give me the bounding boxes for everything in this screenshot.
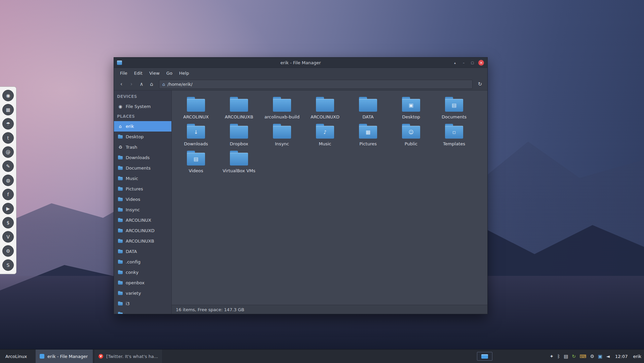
sidebar-item[interactable]: Music bbox=[114, 173, 171, 184]
settings-gear-icon[interactable]: ⚙ bbox=[590, 354, 594, 359]
firefox-icon[interactable]: f bbox=[2, 189, 14, 200]
sidebar-item[interactable]: i3 bbox=[114, 298, 171, 309]
shade-button[interactable]: ▴ bbox=[452, 60, 458, 66]
sidebar-item-label: conky bbox=[126, 270, 138, 275]
vivaldi-icon[interactable]: V bbox=[2, 231, 14, 243]
folder-item[interactable]: ▣ Desktop bbox=[390, 95, 433, 121]
sidebar-item[interactable]: ♻ Trash bbox=[114, 142, 171, 152]
insync-sync-icon[interactable]: ↻ bbox=[572, 354, 576, 359]
umbrella-icon[interactable]: ☂ bbox=[2, 118, 14, 130]
folder-icon bbox=[272, 123, 292, 140]
sidebar-item[interactable]: DATA bbox=[114, 246, 171, 257]
sidebar-item[interactable]: Insync bbox=[114, 205, 171, 215]
app-menu-button[interactable]: ArcoLinux bbox=[0, 350, 32, 363]
display-icon[interactable]: ▦ bbox=[2, 104, 14, 115]
sidebar-item[interactable]: Videos bbox=[114, 194, 171, 205]
system-tray: ✦ᛒ▤↻⌨⚙▣◄ bbox=[550, 354, 610, 359]
sidebar-item[interactable] bbox=[114, 309, 171, 314]
sidebar-item[interactable]: .config bbox=[114, 257, 171, 267]
notes-icon[interactable]: ▤ bbox=[564, 354, 568, 359]
sidebar-item[interactable]: ARCOLINUXD bbox=[114, 225, 171, 236]
back-button[interactable]: ‹ bbox=[117, 80, 126, 88]
spotify-icon[interactable]: S bbox=[2, 259, 14, 271]
folder-label: Documents bbox=[442, 114, 467, 119]
folder-item[interactable]: ▫ Templates bbox=[433, 122, 476, 148]
path-bar[interactable]: ⌂ /home/erik/ bbox=[159, 80, 473, 89]
folder-item[interactable]: ▤ Documents bbox=[433, 95, 476, 121]
close-button[interactable]: × bbox=[478, 60, 484, 66]
keyboard-icon[interactable]: ⌨ bbox=[579, 354, 586, 359]
menu-item[interactable]: Help bbox=[176, 68, 193, 78]
bluetooth-icon[interactable]: ᛒ bbox=[557, 354, 560, 359]
folder-icon bbox=[358, 97, 378, 113]
forward-button[interactable]: › bbox=[127, 80, 136, 88]
reload-button[interactable]: ↻ bbox=[475, 80, 485, 88]
sidebar-item[interactable]: ARCOLINUX bbox=[114, 215, 171, 225]
up-button[interactable]: ∧ bbox=[137, 80, 146, 88]
task-button[interactable]: erik - File Manager bbox=[36, 350, 93, 363]
folder-icon: ▫ bbox=[444, 123, 464, 140]
folder-label: Pictures bbox=[359, 141, 376, 146]
twitter-icon[interactable]: t bbox=[2, 132, 14, 144]
folder-item[interactable]: ARCOLINUX bbox=[174, 95, 217, 121]
folder-icon bbox=[272, 97, 292, 113]
folder-icon-body: ↓ bbox=[187, 126, 205, 139]
window-controls: ▴–▢× bbox=[452, 60, 484, 66]
maximize-button[interactable]: ▢ bbox=[470, 60, 475, 66]
sidebar-item[interactable]: openbox bbox=[114, 278, 171, 288]
folder-label: VirtualBox VMs bbox=[223, 168, 255, 173]
dropbox-icon[interactable]: ✦ bbox=[550, 354, 554, 359]
media-player-icon[interactable]: ▶ bbox=[2, 203, 14, 214]
sidebar-item-label: Insync bbox=[126, 207, 140, 212]
volume-icon[interactable]: ◄ bbox=[606, 354, 610, 359]
sidebar-item[interactable]: ⌂ erik bbox=[114, 121, 171, 132]
menu-item[interactable]: File bbox=[117, 68, 131, 78]
sidebar-item[interactable]: variety bbox=[114, 288, 171, 298]
folder-emblem-icon: ▣ bbox=[409, 103, 413, 108]
folder-item[interactable]: arcolinuxb-build bbox=[260, 95, 304, 121]
sidebar-item[interactable]: conky bbox=[114, 267, 171, 278]
shutter-icon[interactable]: ◉ bbox=[2, 90, 14, 101]
folder-item[interactable]: Dropbox bbox=[217, 122, 260, 148]
sidebar-item[interactable]: Documents bbox=[114, 163, 171, 173]
folder-item[interactable]: ♪ Music bbox=[304, 122, 347, 148]
chromium-icon[interactable]: ◍ bbox=[2, 175, 14, 186]
folder-icon bbox=[229, 150, 249, 167]
folder-item[interactable]: ARCOLINUXD bbox=[304, 95, 347, 121]
settings-icon[interactable]: ⚙ bbox=[2, 245, 14, 257]
sidebar-item[interactable]: Desktop bbox=[114, 132, 171, 142]
sidebar-item[interactable]: ◉ File System bbox=[114, 101, 171, 112]
titlebar[interactable]: erik - File Manager ▴–▢× bbox=[114, 58, 487, 68]
folder-grid: ARCOLINUX ARCOLINUXB bbox=[172, 90, 487, 176]
folder-emblem-icon: ▦ bbox=[366, 130, 370, 135]
paint-icon[interactable]: ✎ bbox=[2, 160, 14, 172]
folder-label: DATA bbox=[362, 114, 374, 119]
sidebar-item-label: Videos bbox=[126, 197, 140, 202]
sidebar-item[interactable]: Downloads bbox=[114, 152, 171, 163]
mail-spiral-icon[interactable]: @ bbox=[2, 146, 14, 158]
terminal-icon[interactable]: $ bbox=[2, 217, 14, 228]
sidebar: DEVICES ◉ File System PLACES ⌂ erik Desk… bbox=[114, 90, 172, 314]
menu-item[interactable]: Edit bbox=[131, 68, 146, 78]
home-button[interactable]: ⌂ bbox=[147, 80, 156, 88]
folder-item[interactable]: ↓ Downloads bbox=[174, 122, 217, 148]
sidebar-item-icon bbox=[118, 176, 123, 181]
file-manager-window: erik - File Manager ▴–▢× FileEditViewGoH… bbox=[114, 57, 488, 314]
folder-icon bbox=[315, 97, 335, 113]
display-settings-icon[interactable]: ▣ bbox=[598, 354, 602, 359]
menu-item[interactable]: Go bbox=[163, 68, 176, 78]
folder-item[interactable]: Insync bbox=[260, 122, 304, 148]
folder-item[interactable]: ☺ Public bbox=[390, 122, 433, 148]
folder-item[interactable]: ▤ Videos bbox=[174, 149, 217, 175]
workspace-pager[interactable] bbox=[477, 352, 492, 361]
user-label: erik bbox=[633, 354, 641, 359]
folder-item[interactable]: DATA bbox=[347, 95, 390, 121]
menu-item[interactable]: View bbox=[146, 68, 163, 78]
folder-item[interactable]: VirtualBox VMs bbox=[217, 149, 260, 175]
minimize-button[interactable]: – bbox=[461, 60, 467, 66]
sidebar-item[interactable]: Pictures bbox=[114, 184, 171, 194]
folder-item[interactable]: ARCOLINUXB bbox=[217, 95, 260, 121]
sidebar-item[interactable]: ARCOLINUXB bbox=[114, 236, 171, 246]
folder-item[interactable]: ▦ Pictures bbox=[347, 122, 390, 148]
task-button[interactable]: V [Twitter. It's what's ha... bbox=[94, 350, 162, 363]
